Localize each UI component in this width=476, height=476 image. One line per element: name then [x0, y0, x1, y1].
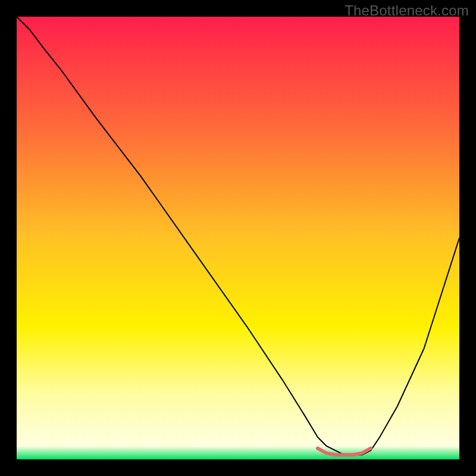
- watermark-text: TheBottleneck.com: [345, 2, 469, 19]
- chart-background: [17, 17, 459, 459]
- chart-svg: [17, 17, 459, 459]
- chart-area: [17, 17, 459, 459]
